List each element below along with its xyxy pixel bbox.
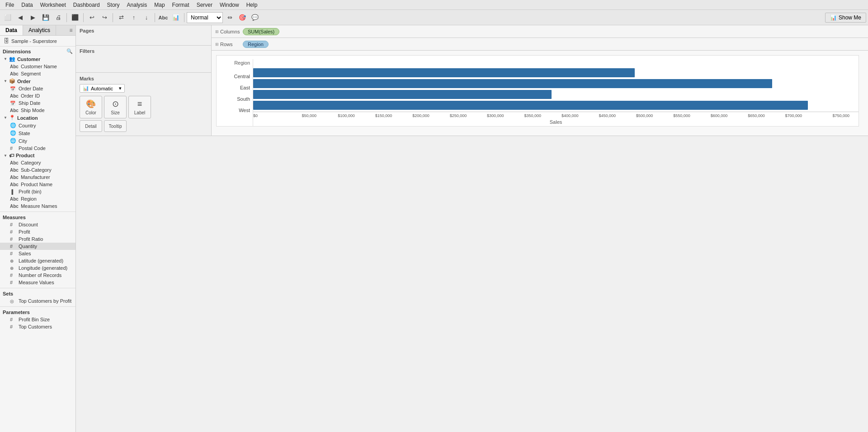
hash-icon: # <box>10 324 16 329</box>
location-group-header[interactable]: ▼ 📍 Location <box>0 114 75 122</box>
x-tick-3: $150,000 <box>365 113 402 118</box>
field-order-date[interactable]: 📅 Order Date <box>0 85 75 92</box>
field-segment[interactable]: Abc Segment <box>0 70 75 77</box>
field-product-name[interactable]: Abc Product Name <box>0 181 75 188</box>
marks-type-dropdown[interactable]: 📊 Automatic ▾ <box>80 84 125 93</box>
field-ship-date[interactable]: 📅 Ship Date <box>0 99 75 107</box>
show-me-button[interactable]: 📊 Show Me <box>825 13 866 23</box>
field-top-customers-param[interactable]: # Top Customers <box>0 323 75 330</box>
field-ship-mode[interactable]: Abc Ship Mode <box>0 107 75 114</box>
toolbar-undo-btn[interactable]: ↩ <box>86 12 98 23</box>
field-country[interactable]: 🌐 Country <box>0 122 75 129</box>
field-measure-values[interactable]: # Measure Values <box>0 279 75 286</box>
toolbar-copy-btn[interactable]: ⬛ <box>69 12 81 23</box>
marks-tooltip-btn[interactable]: Tooltip <box>104 120 127 132</box>
field-order-id[interactable]: Abc Order ID <box>0 92 75 99</box>
hash-icon: # <box>10 222 16 227</box>
menu-worksheet[interactable]: Worksheet <box>37 2 70 8</box>
field-profit-bin[interactable]: ▐ Profit (bin) <box>0 188 75 195</box>
toolbar-redo-btn[interactable]: ↪ <box>99 12 110 23</box>
profit-label: Profit <box>19 229 30 235</box>
category-label: Category <box>21 160 41 165</box>
field-measure-names[interactable]: Abc Measure Names <box>0 202 75 210</box>
segment-label: Segment <box>21 71 41 76</box>
field-top-customers[interactable]: ◎ Top Customers by Profit <box>0 297 75 305</box>
bar-label-west: West <box>239 108 250 113</box>
field-postal-code[interactable]: # Postal Code <box>0 145 75 152</box>
toolbar-new-btn[interactable]: ⬜ <box>2 12 14 23</box>
circle-icon: ◎ <box>10 299 16 304</box>
menu-story[interactable]: Story <box>104 2 123 8</box>
city-label: City <box>19 138 27 144</box>
country-label: Country <box>19 123 36 128</box>
columns-pill[interactable]: SUM(Sales) <box>243 28 279 35</box>
field-state[interactable]: 🌐 State <box>0 129 75 137</box>
marks-buttons-row: 🎨 Color ⊙ Size ≡ Label <box>78 94 209 120</box>
customer-group-header[interactable]: ▼ 👥 Customer <box>0 55 75 63</box>
toolbar-chart-btn[interactable]: 📊 <box>170 12 182 23</box>
measure-names-label: Measure Names <box>21 203 57 209</box>
field-profit[interactable]: # Profit <box>0 228 75 235</box>
marks-size-btn[interactable]: ⊙ Size <box>104 96 127 118</box>
field-latitude[interactable]: ⊕ Latitude (generated) <box>0 257 75 264</box>
tab-data[interactable]: Data <box>0 25 23 35</box>
marks-label-btn[interactable]: ≡ Label <box>128 96 151 118</box>
toolbar-print-btn[interactable]: 🖨 <box>52 12 64 23</box>
toolbar-abc-btn[interactable]: Abc <box>157 12 169 23</box>
profit-bin-size-label: Profit Bin Size <box>19 317 50 322</box>
marks-color-btn[interactable]: 🎨 Color <box>80 96 102 118</box>
field-quantity[interactable]: # Quantity <box>0 243 75 250</box>
field-profit-ratio[interactable]: # Profit Ratio <box>0 235 75 243</box>
filters-drop-zone[interactable] <box>80 55 208 64</box>
toolbar-sep5 <box>184 13 184 22</box>
menu-dashboard[interactable]: Dashboard <box>70 2 104 8</box>
toolbar-sort-asc-btn[interactable]: ↑ <box>128 12 140 23</box>
field-profit-bin-size[interactable]: # Profit Bin Size <box>0 316 75 323</box>
toolbar-target-btn[interactable]: 🎯 <box>236 12 248 23</box>
marks-type-dropdown[interactable]: Normal <box>187 12 223 23</box>
field-sub-category[interactable]: Abc Sub-Category <box>0 166 75 174</box>
menu-window[interactable]: Window <box>216 2 243 8</box>
toolbar-back-btn[interactable]: ◀ <box>14 12 26 23</box>
tab-analytics[interactable]: Analytics <box>23 25 56 35</box>
marks-detail-btn[interactable]: Detail <box>80 120 102 132</box>
abc-icon: Abc <box>10 108 19 113</box>
x-tick-6: $300,000 <box>477 113 514 118</box>
toolbar-caption-btn[interactable]: 💬 <box>249 12 261 23</box>
menu-analysis[interactable]: Analysis <box>123 2 151 8</box>
panel-settings-icon[interactable]: ≡ <box>68 27 75 34</box>
toolbar-save-btn[interactable]: 💾 <box>40 12 52 23</box>
columns-pill-label: SUM(Sales) <box>248 29 274 34</box>
datasource-name[interactable]: 🗄 Sample - Superstore <box>0 36 75 47</box>
toolbar-swap-btn[interactable]: ⇄ <box>115 12 127 23</box>
rows-pill[interactable]: Region <box>243 41 269 48</box>
pages-drop-zone[interactable] <box>80 34 208 43</box>
menu-data[interactable]: Data <box>18 2 36 8</box>
toolbar-fit-btn[interactable]: ⇔ <box>224 12 236 23</box>
order-group-header[interactable]: ▼ 📦 Order <box>0 77 75 85</box>
dimensions-search-icon[interactable]: 🔍 <box>66 48 73 54</box>
field-sales[interactable]: # Sales <box>0 250 75 257</box>
field-category[interactable]: Abc Category <box>0 159 75 166</box>
abc-icon: Abc <box>10 64 19 69</box>
toolbar-sep2 <box>83 13 84 22</box>
toolbar-sort-desc-btn[interactable]: ↓ <box>141 12 152 23</box>
menu-help[interactable]: Help <box>243 2 261 8</box>
field-discount[interactable]: # Discount <box>0 221 75 228</box>
field-customer-name[interactable]: Abc Customer Name <box>0 63 75 70</box>
product-group-header[interactable]: ▼ 🏷 Product <box>0 152 75 159</box>
x-axis-label: Sales <box>253 118 859 126</box>
menu-map[interactable]: Map <box>151 2 168 8</box>
x-tick-4: $200,000 <box>402 113 439 118</box>
field-number-of-records[interactable]: # Number of Records <box>0 272 75 279</box>
menu-server[interactable]: Server <box>193 2 216 8</box>
toolbar-forward-btn[interactable]: ▶ <box>27 12 39 23</box>
menu-format[interactable]: Format <box>169 2 193 8</box>
field-manufacturer[interactable]: Abc Manufacturer <box>0 174 75 181</box>
field-longitude[interactable]: ⊕ Longitude (generated) <box>0 264 75 272</box>
field-city[interactable]: 🌐 City <box>0 137 75 145</box>
abc-icon: Abc <box>10 94 19 99</box>
location-group: ▼ 📍 Location 🌐 Country 🌐 State 🌐 City # … <box>0 114 75 152</box>
menu-file[interactable]: File <box>2 2 18 8</box>
field-region[interactable]: Abc Region <box>0 195 75 202</box>
